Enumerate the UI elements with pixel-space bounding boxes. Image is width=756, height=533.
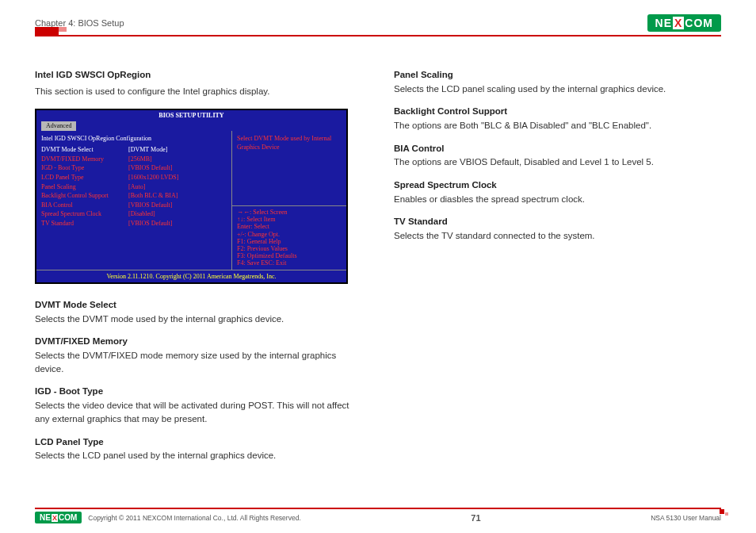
bios-option-value: [VBIOS Default] [128,219,172,228]
bios-option-label: Panel Scaling [41,182,128,192]
bios-option-row: IGD - Boot Type[VBIOS Default] [41,163,227,173]
subsection-heading: BIA Control [394,142,721,155]
subsection-body: Selects the DVMT mode used by the intern… [35,313,362,326]
subsection-heading: LCD Panel Type [35,435,362,449]
bios-key-line: Enter: Select [237,223,342,230]
bios-tab-advanced: Advanced [41,121,76,131]
bios-option-row: BIA Control[VBIOS Default] [41,201,227,210]
subsection-body: Selects the DVMT/FIXED mode memory size … [35,349,362,375]
subsection-body: Enables or diasbles the spread spectrum … [394,193,721,206]
doc-subsection: DVMT Mode SelectSelects the DVMT mode us… [35,298,362,325]
header-rule [35,35,721,36]
bios-key-line: +/-: Change Opt. [237,231,342,238]
bios-option-value: [VBIOS Default] [128,163,172,173]
subsection-heading: DVMT/FIXED Memory [35,335,362,348]
section-intro: This section is used to configure the In… [35,85,362,98]
bios-option-label: IGD - Boot Type [41,163,128,173]
bios-option-row: TV Standard[VBIOS Default] [41,219,227,228]
subsection-body: Selects the LCD panel used by the intern… [35,449,362,462]
bios-option-label: TV Standard [41,219,128,228]
bios-option-row: Backlight Control Support[Both BLC & BIA… [41,191,227,201]
bios-option-value: [256MB] [128,155,152,164]
subsection-body: The options are VBIOS Default, Disabled … [394,155,721,169]
subsection-heading: Backlight Control Support [394,105,721,118]
footer-decor-light [725,512,728,516]
page-tab-decor-light [59,27,67,32]
subsection-heading: Spread Spectrum Clock [394,178,721,192]
subsection-body: The options are Both "BLC & BIA Disabled… [394,119,721,132]
doc-subsection: Spread Spectrum ClockEnables or diasbles… [394,178,721,205]
bios-key-line: F1: General Help [237,238,342,245]
left-column: Intel IGD SWSCI OpRegion This section is… [35,68,362,472]
bios-option-label: Spread Spectrum Clock [41,209,128,219]
subsection-body: Selects the video device that will be ac… [35,399,362,425]
section-title: Intel IGD SWSCI OpRegion [35,68,362,82]
bios-option-label: DVMT Mode Select [41,145,128,155]
bios-screenshot: BIOS SETUP UTILITY Advanced Intel IGD SW… [35,109,348,284]
bios-option-value: [DVMT Mode] [128,145,167,155]
doc-subsection: IGD - Boot TypeSelects the video device … [35,385,362,425]
bios-key-line: F3: Optimized Defaults [237,252,342,259]
bios-option-row: LCD Panel Type[1600x1200 LVDS] [41,173,227,182]
bios-option-row: Spread Spectrum Clock[Disabled] [41,209,227,219]
bios-help-text: Select DVMT Mode used by Internal Graphi… [232,131,346,207]
bios-version: Version 2.11.1210. Copyright (C) 2011 Am… [36,270,346,283]
page-tab-decor [35,27,59,35]
bios-key-line: →←: Select Screen [237,209,342,216]
page-number: 71 [471,513,480,523]
footer-copyright: Copyright © 2011 NEXCOM International Co… [88,514,300,522]
subsection-heading: DVMT Mode Select [35,298,362,312]
bios-option-label: Backlight Control Support [41,191,128,201]
bios-option-label: DVMT/FIXED Memory [41,155,128,164]
doc-subsection: DVMT/FIXED MemorySelects the DVMT/FIXED … [35,335,362,375]
right-column: Panel ScalingSelects the LCD panel scali… [394,68,721,472]
doc-subsection: BIA ControlThe options are VBIOS Default… [394,142,721,169]
bios-option-row: DVMT Mode Select[DVMT Mode] [41,145,227,155]
bios-option-row: DVMT/FIXED Memory[256MB] [41,155,227,164]
brand-logo: NEXCOM [647,14,721,32]
doc-subsection: TV StandardSelects the TV standard conne… [394,215,721,242]
subsection-heading: Panel Scaling [394,68,721,82]
bios-option-value: [1600x1200 LVDS] [128,173,178,182]
bios-subsection: Intel IGD SWSCI OpRegion Configuration [41,134,227,144]
bios-title: BIOS SETUP UTILITY [36,110,346,121]
footer-manual: NSA 5130 User Manual [651,514,721,522]
bios-option-label: LCD Panel Type [41,173,128,182]
subsection-body: Selects the TV standard connected to the… [394,229,721,243]
subsection-heading: TV Standard [394,215,721,228]
doc-subsection: LCD Panel TypeSelects the LCD panel used… [35,435,362,462]
doc-subsection: Panel ScalingSelects the LCD panel scali… [394,68,721,95]
bios-key-line: ↑↓: Select Item [237,216,342,223]
bios-key-legend: →←: Select Screen↑↓: Select ItemEnter: S… [232,206,346,270]
doc-subsection: Backlight Control SupportThe options are… [394,105,721,132]
subsection-heading: IGD - Boot Type [35,385,362,398]
bios-option-value: [Disabled] [128,209,155,219]
bios-option-value: [Auto] [128,182,145,192]
bios-key-line: F2: Previous Values [237,245,342,252]
subsection-body: Selects the LCD panel scaling used by th… [394,82,721,96]
bios-option-row: Panel Scaling[Auto] [41,182,227,192]
footer-logo: NEXCOM [35,512,82,523]
bios-option-value: [VBIOS Default] [128,201,172,210]
footer-rule [35,508,721,509]
bios-option-label: BIA Control [41,201,128,210]
bios-option-value: [Both BLC & BIA] [128,191,178,201]
bios-key-line: F4: Save ESC: Exit [237,259,342,266]
